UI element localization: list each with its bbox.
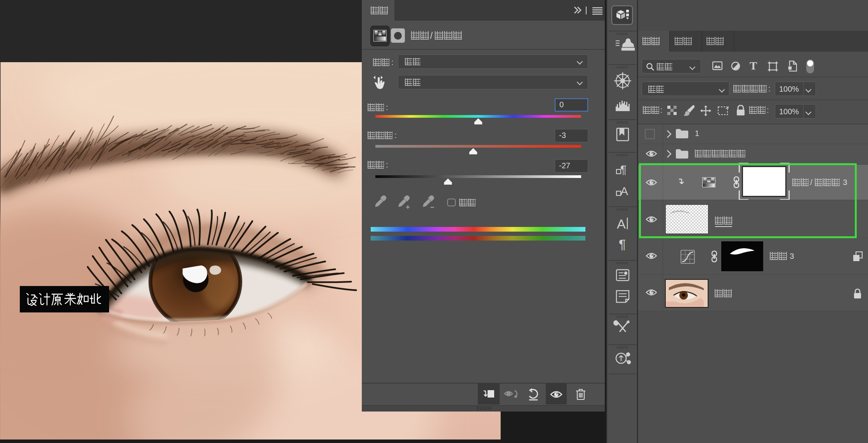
svg-text:¶: ¶ xyxy=(619,237,626,251)
svg-text:A: A xyxy=(617,216,626,231)
svg-text:¶: ¶ xyxy=(620,163,627,176)
svg-text:A: A xyxy=(620,185,628,197)
